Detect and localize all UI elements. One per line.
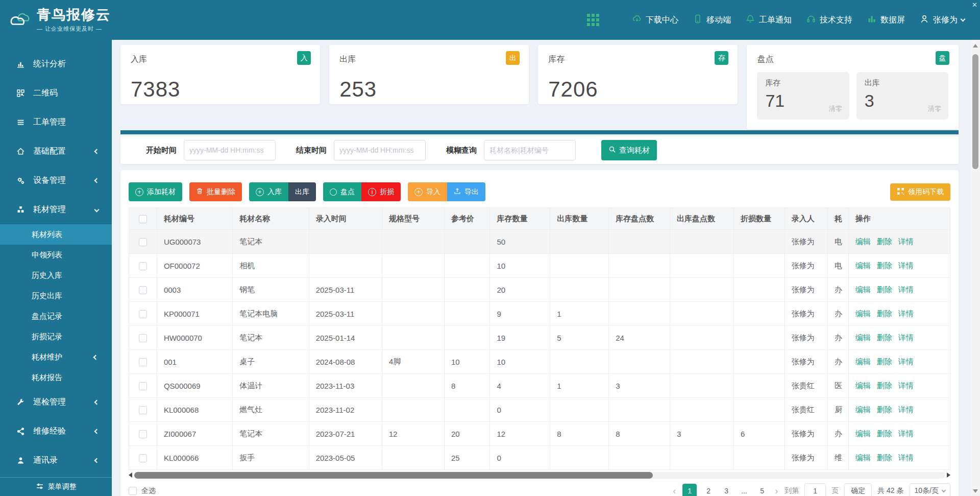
sidebar-subitem-report[interactable]: 耗材报告 (0, 367, 112, 388)
page-3-button[interactable]: 3 (720, 484, 732, 496)
add-consumable-button[interactable]: + 添加耗材 (129, 182, 182, 201)
import-button[interactable]: + 导入 (408, 182, 447, 201)
edit-link[interactable]: 编辑 (855, 357, 871, 366)
delete-link[interactable]: 删除 (877, 357, 892, 366)
delete-link[interactable]: 删除 (877, 405, 892, 414)
edit-link[interactable]: 编辑 (855, 285, 871, 294)
delete-link[interactable]: 删除 (877, 381, 892, 390)
batch-delete-button[interactable]: 批量删除 (189, 182, 242, 201)
page-size-select[interactable]: 10条/页 (910, 483, 950, 496)
edit-link[interactable]: 编辑 (855, 333, 871, 342)
vertical-scrollbar[interactable] (971, 40, 980, 496)
stock-in-button[interactable]: + 入库 (249, 182, 288, 201)
scroll-right-icon[interactable] (947, 473, 950, 478)
hscroll-track[interactable] (134, 472, 945, 479)
menu-adjust-button[interactable]: 菜单调整 (0, 477, 112, 496)
edit-link[interactable]: 编辑 (855, 237, 871, 246)
clear-stock-link[interactable]: 清零 (829, 104, 842, 113)
edit-link[interactable]: 编辑 (855, 453, 871, 462)
sidebar-subitem-maintenance[interactable]: 耗材维护 (0, 347, 112, 367)
sidebar-item-stats[interactable]: 统计分析 (0, 50, 112, 79)
user-menu[interactable]: 张修为 (919, 14, 965, 26)
apps-grid-icon[interactable] (587, 14, 599, 26)
row-checkbox[interactable] (139, 454, 147, 462)
edit-link[interactable]: 编辑 (855, 381, 871, 390)
vscroll-thumb[interactable] (972, 54, 978, 169)
sidebar-item-workorders[interactable]: 工单管理 (0, 108, 112, 137)
damage-button[interactable]: i 折损 (361, 182, 401, 201)
details-link[interactable]: 详情 (898, 261, 914, 270)
scroll-left-icon[interactable] (129, 473, 132, 478)
claim-code-download-button[interactable]: 领用码下载 (890, 183, 950, 201)
details-link[interactable]: 详情 (898, 357, 914, 366)
details-link[interactable]: 详情 (898, 237, 914, 246)
sidebar-item-qrcode[interactable]: 二维码 (0, 79, 112, 108)
goto-page-input[interactable] (804, 483, 826, 496)
page-5-button[interactable]: 5 (756, 484, 768, 496)
prev-page-button[interactable]: ‹ (672, 486, 677, 496)
edit-link[interactable]: 编辑 (855, 429, 871, 438)
sidebar-subitem-consumable-list[interactable]: 耗材列表 (0, 224, 112, 245)
horizontal-scrollbar[interactable] (129, 471, 950, 479)
sidebar-item-inspection[interactable]: 巡检管理 (0, 388, 112, 417)
details-link[interactable]: 详情 (898, 405, 914, 414)
row-checkbox[interactable] (139, 382, 147, 390)
start-time-input[interactable] (184, 140, 276, 160)
delete-link[interactable]: 删除 (877, 429, 892, 438)
page-1-button[interactable]: 1 (682, 484, 697, 496)
sidebar-subitem-check-records[interactable]: 盘点记录 (0, 306, 112, 326)
row-checkbox[interactable] (139, 238, 147, 246)
sidebar-subitem-damage-records[interactable]: 折损记录 (0, 326, 112, 347)
details-link[interactable]: 详情 (898, 285, 914, 294)
close-icon[interactable]: ✕ (972, 1, 977, 9)
fuzzy-search-input[interactable] (484, 140, 576, 160)
nav-data-screen[interactable]: 数据屏 (867, 14, 905, 26)
select-all-footer-checkbox[interactable] (129, 487, 137, 495)
nav-mobile[interactable]: 移动端 (693, 14, 731, 26)
row-checkbox[interactable] (139, 406, 147, 414)
row-checkbox[interactable] (139, 358, 147, 366)
scroll-down-icon[interactable] (973, 489, 978, 493)
select-all-checkbox[interactable] (139, 215, 147, 223)
sidebar-item-basic-config[interactable]: 基础配置 (0, 137, 112, 166)
nav-download-center[interactable]: 下载中心 (632, 14, 678, 26)
row-checkbox[interactable] (139, 334, 147, 342)
delete-link[interactable]: 删除 (877, 237, 892, 246)
end-time-input[interactable] (334, 140, 426, 160)
stocktake-button[interactable]: 盘点 (323, 182, 361, 201)
sidebar-item-contacts[interactable]: 通讯录 (0, 446, 112, 475)
details-link[interactable]: 详情 (898, 333, 914, 342)
clear-outbound-link[interactable]: 清零 (928, 104, 941, 113)
row-checkbox[interactable] (139, 310, 147, 318)
delete-link[interactable]: 删除 (877, 453, 892, 462)
row-checkbox[interactable] (139, 286, 147, 294)
edit-link[interactable]: 编辑 (855, 405, 871, 414)
details-link[interactable]: 详情 (898, 309, 914, 318)
sidebar-item-consumables[interactable]: 耗材管理 (0, 195, 112, 224)
sidebar-subitem-history-in[interactable]: 历史入库 (0, 265, 112, 286)
nav-workorder-notice[interactable]: 工单通知 (745, 14, 792, 26)
search-consumables-button[interactable]: 查询耗材 (601, 140, 657, 160)
row-checkbox[interactable] (139, 430, 147, 438)
details-link[interactable]: 详情 (898, 429, 914, 438)
sidebar-subitem-claim-list[interactable]: 申领列表 (0, 245, 112, 265)
sidebar-subitem-history-out[interactable]: 历史出库 (0, 286, 112, 306)
confirm-page-button[interactable]: 确定 (844, 483, 872, 496)
page-2-button[interactable]: 2 (702, 484, 715, 496)
edit-link[interactable]: 编辑 (855, 309, 871, 318)
sidebar-item-repair-experience[interactable]: 维修经验 (0, 417, 112, 446)
delete-link[interactable]: 删除 (877, 285, 892, 294)
delete-link[interactable]: 删除 (877, 309, 892, 318)
scroll-up-icon[interactable] (973, 44, 978, 48)
sidebar-item-equipment[interactable]: 设备管理 (0, 166, 112, 195)
row-checkbox[interactable] (139, 262, 147, 270)
edit-link[interactable]: 编辑 (855, 261, 871, 270)
export-button[interactable]: 导出 (447, 182, 485, 201)
details-link[interactable]: 详情 (898, 453, 914, 462)
delete-link[interactable]: 删除 (877, 333, 892, 342)
details-link[interactable]: 详情 (898, 381, 914, 390)
hscroll-thumb[interactable] (134, 472, 653, 479)
nav-tech-support[interactable]: 技术支持 (806, 14, 852, 26)
next-page-button[interactable]: › (774, 486, 779, 496)
stock-out-button[interactable]: 出库 (288, 182, 316, 201)
